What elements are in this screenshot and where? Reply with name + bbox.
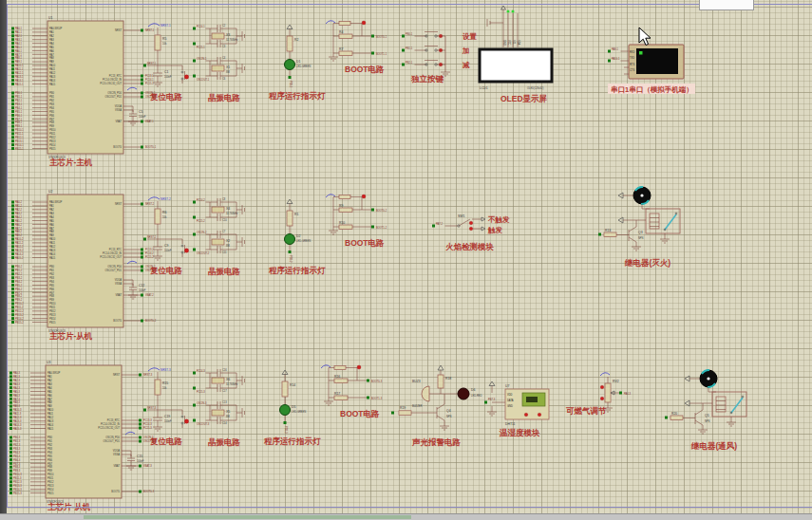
svg-text:PA9-2: PA9-2 [15,233,23,237]
sheet-border-bottom [7,507,812,508]
serial-terminal[interactable]: PA9-1 PA10-1 RXD TXD RTS CTS 串口1串口（模拟手机端… [608,45,695,94]
crystal[interactable] [212,65,224,71]
svg-text:PB6-3: PB6-3 [13,458,21,462]
svg-text:SDA: SDA [517,40,520,46]
mcu-U2[interactable]: U2STM32F103C8主芯片-从机PA0-2PA0-WKUPPA1-2PA1… [11,190,159,341]
resistor[interactable] [287,211,293,226]
resistor[interactable] [339,22,350,26]
resistor[interactable] [670,416,683,420]
resistor[interactable] [339,225,352,230]
resistor[interactable] [339,195,350,199]
svg-text:PA11: PA11 [49,67,56,71]
svg-text:PB4-1: PB4-1 [15,106,23,110]
resistor[interactable] [155,209,161,224]
crystal[interactable] [212,239,224,245]
mcu-U1[interactable]: U1STM32F103C8主芯片-主机PA0-1PA0-WKUPPA1-1PA1… [11,16,159,167]
resistor[interactable] [334,366,346,370]
crystal[interactable] [212,33,224,39]
svg-text:PB7-3: PB7-3 [13,462,21,466]
svg-text:PA1: PA1 [49,30,54,34]
svg-text:PB9: PB9 [47,469,52,473]
independent-keys[interactable]: PB0-1 设置 PB1-1 加 PB2-1 减 独立按 [402,32,478,84]
crystal-circuit[interactable]: PC14-2 C8 X4 32.768kHz PC15-2 C10 [193,197,245,276]
dht11-module[interactable]: PB7-3 U7 VDD DATA GND DHT11 温湿度模块 [484,381,549,437]
resistor[interactable] [334,396,348,400]
svg-text:PC15-1: PC15-1 [145,82,154,85]
crystal[interactable] [212,410,224,416]
svg-text:PA8: PA8 [49,56,54,60]
alarm-circuit[interactable]: R18 BUZ3 BUZZER D6 LED-RED R19 Q4 NPN 声光… [391,365,482,447]
potentiometer[interactable] [605,383,611,402]
buzzer[interactable] [422,386,429,401]
svg-text:Q3: Q3 [638,231,643,234]
svg-text:PA3: PA3 [49,38,54,42]
resistor[interactable] [334,379,348,383]
svg-text:PB9-1: PB9-1 [15,124,23,128]
boot-circuit[interactable]: R9 BOOT0-2 R10 BOOT1-2 BOOT电路 [326,195,387,248]
svg-text:R4: R4 [339,30,343,34]
svg-text:PA10-2: PA10-2 [15,237,24,241]
reset-circuit[interactable]: NRST-2 R6 10k NRST-2 C9 100nF [143,197,189,275]
svg-text:PA2: PA2 [49,208,54,212]
resistor[interactable] [399,411,411,416]
relay-circuit[interactable]: R20 Q5 NPN 继电器(通风) [665,370,746,451]
led-green[interactable] [285,60,295,70]
run-led-circuit[interactable]: R1 D2 LED-GREEN PC0-2 程序运行指示灯 [268,199,326,275]
run-led-circuit[interactable]: R14 D5 LED-GREEN PC0-3 程序运行指示灯 [263,370,321,446]
crystal[interactable] [212,378,224,383]
svg-text:PA4-1: PA4-1 [15,42,23,46]
svg-text:LCD1: LCD1 [480,86,488,90]
svg-text:PB2: PB2 [49,99,54,102]
button-terminal[interactable] [184,249,188,252]
svg-text:DHT11: DHT11 [505,422,516,426]
resistor[interactable] [155,35,161,50]
resistor[interactable] [339,34,352,39]
resistor[interactable] [339,208,352,213]
svg-text:PB11: PB11 [49,306,56,309]
relay-circuit[interactable]: R13 Q3 NPN 继电器(灭火) [598,187,680,268]
crystal-circuit[interactable]: PC14-3 C16 X6 32.768kHz PC15-3 C17 [193,368,245,447]
boot-circuit[interactable]: R4 BOOT0-1 R7 BOOT1-1 BOOT电路 [326,21,387,74]
led-green[interactable] [285,234,295,245]
gas-adjust[interactable]: RV2 PA4-3 可燃气调节 [565,373,632,416]
crystal[interactable] [212,207,224,213]
mcu-U3[interactable]: U3STM32F103C8主芯片-从机PA0-3PA0-WKUPPA1-3PA1… [9,361,157,511]
svg-text:PA5: PA5 [49,46,54,49]
crystal-circuit[interactable]: PC14-1 C2 X3 32.768kHz PC15-1 C3 O [193,24,245,102]
relay[interactable] [646,209,680,233]
svg-text:PC15-2: PC15-2 [145,255,154,259]
svg-text:PA4: PA4 [47,386,52,390]
boot-circuit[interactable]: R16 BOOT0-3 R17 BOOT1-3 BOOT电路 [321,365,383,418]
svg-text:C17: C17 [222,389,227,393]
resistor[interactable] [282,381,288,397]
resistor[interactable] [438,375,444,388]
resistor[interactable] [287,36,293,51]
reset-circuit[interactable]: NRST-1 R5 10k NRST-1 C1 100nF [143,24,189,102]
svg-text:PA0-WKUP: PA0-WKUP [47,371,61,375]
schematic-canvas[interactable]: PB0-1 设置 PB1-1 加 PB2-1 减 独立按 [0,0,812,520]
svg-text:VDDA: VDDA [115,278,122,282]
svg-text:R15: R15 [162,381,168,385]
run-led-circuit[interactable]: R2 D1 LED-GREEN PC0-1 程序运行指示灯 [268,25,326,101]
button-terminal[interactable] [184,419,188,423]
svg-text:C9: C9 [164,244,168,248]
flame-detect-module[interactable]: PA7-2 SW1 不触发 触发 火焰检测模块 [432,214,510,251]
svg-text:PA5-1: PA5-1 [15,46,23,49]
svg-text:PC13-1: PC13-1 [145,74,154,78]
resistor[interactable] [604,232,616,237]
relay[interactable] [712,392,746,417]
resistor[interactable] [339,51,352,56]
switch-blade[interactable] [459,219,470,226]
svg-text:PB1: PB1 [49,269,54,272]
oled-screen[interactable] [480,49,552,82]
led-green[interactable] [280,405,291,416]
resistor[interactable] [155,380,161,395]
oled-display[interactable]: GND VCC SCL SDA LCD1 OLED(128x32) OLED显示… [480,6,552,103]
button-terminal[interactable] [184,75,188,79]
reset-circuit[interactable]: NRST-3 R15 10k NRST-3 C19 100nF [143,368,189,446]
svg-text:U3: U3 [47,361,50,364]
svg-text:BOOT0: BOOT0 [113,145,122,149]
svg-text:OSCIN_PD0: OSCIN_PD0 [107,265,122,269]
led-red[interactable] [458,388,469,399]
svg-text:BOOT0-2: BOOT0-2 [145,319,157,323]
